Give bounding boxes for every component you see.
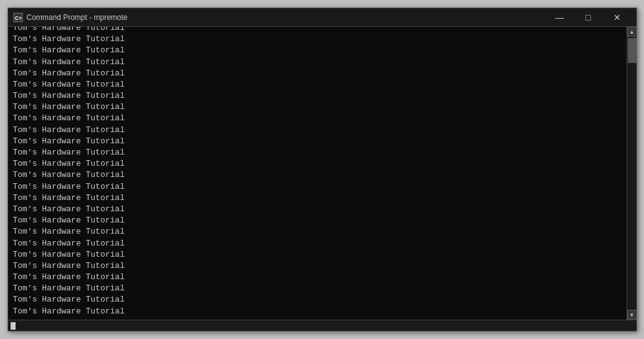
scroll-down-button[interactable]: ▼	[627, 310, 637, 320]
tutorial-line: Tom's Hardware Tutorial	[13, 204, 125, 214]
tutorial-line: Tom's Hardware Tutorial	[13, 182, 125, 191]
window-controls: — □ ✕	[545, 8, 632, 27]
app-icon: C>	[13, 12, 23, 22]
tutorial-line: Tom's Hardware Tutorial	[13, 284, 125, 293]
tutorial-line: Tom's Hardware Tutorial	[13, 113, 125, 123]
tutorial-line: Tom's Hardware Tutorial	[13, 27, 125, 32]
tutorial-line: Tom's Hardware Tutorial	[13, 45, 125, 55]
scrollbar[interactable]: ▲ ▼	[627, 27, 637, 320]
title-bar: C> Command Prompt - mpremote — □ ✕	[8, 8, 637, 27]
minimize-button[interactable]: —	[545, 8, 574, 27]
tutorial-line: Tom's Hardware Tutorial	[13, 170, 125, 179]
tutorial-line: Tom's Hardware Tutorial	[13, 239, 125, 248]
bottom-cursor	[11, 322, 16, 330]
close-button[interactable]: ✕	[603, 8, 632, 27]
tutorial-line: Tom's Hardware Tutorial	[13, 159, 125, 168]
tutorial-line: Tom's Hardware Tutorial	[13, 261, 125, 270]
scroll-up-button[interactable]: ▲	[627, 27, 637, 37]
tutorial-line: Tom's Hardware Tutorial	[13, 102, 125, 112]
terminal-body: C:\Users\lespompremote Connected to Micr…	[8, 27, 637, 320]
tutorial-line: Tom's Hardware Tutorial	[13, 193, 125, 203]
tutorial-line: Tom's Hardware Tutorial	[13, 295, 125, 304]
tutorial-line: Tom's Hardware Tutorial	[13, 148, 125, 157]
window-title: Command Prompt - mpremote	[27, 13, 545, 22]
terminal-output[interactable]: C:\Users\lespompremote Connected to Micr…	[8, 27, 627, 320]
tutorial-line: Tom's Hardware Tutorial	[13, 307, 125, 316]
tutorial-line: Tom's Hardware Tutorial	[13, 69, 125, 78]
maximize-button[interactable]: □	[574, 8, 603, 27]
tutorial-line: Tom's Hardware Tutorial	[13, 216, 125, 225]
tutorial-line: Tom's Hardware Tutorial	[13, 272, 125, 282]
tutorial-line: Tom's Hardware Tutorial	[13, 136, 125, 146]
tutorial-line: Tom's Hardware Tutorial	[13, 227, 125, 236]
bottom-bar	[8, 320, 637, 331]
tutorial-line: Tom's Hardware Tutorial	[13, 34, 125, 44]
terminal-window: C> Command Prompt - mpremote — □ ✕ C:\Us…	[7, 7, 637, 332]
svg-text:C>: C>	[15, 16, 22, 22]
tutorial-line: Tom's Hardware Tutorial	[13, 125, 125, 135]
tutorial-line: Tom's Hardware Tutorial	[13, 57, 125, 67]
scrollbar-track[interactable]	[627, 37, 637, 310]
tutorial-line: Tom's Hardware Tutorial	[13, 80, 125, 89]
scrollbar-thumb[interactable]	[628, 38, 637, 63]
tutorial-line: Tom's Hardware Tutorial	[13, 91, 125, 100]
tutorial-line: Tom's Hardware Tutorial	[13, 250, 125, 259]
